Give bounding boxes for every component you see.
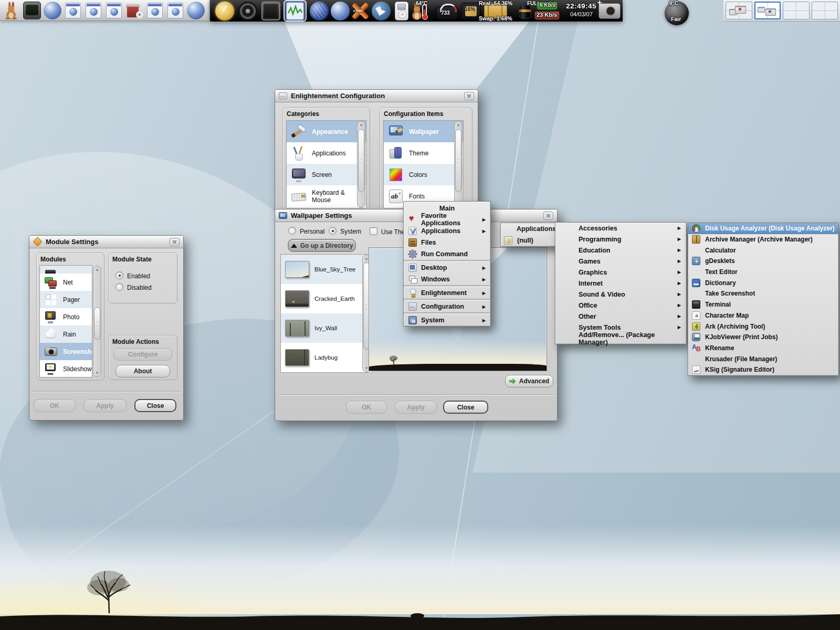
pager-desktop-3[interactable] xyxy=(783,2,810,19)
menu-item-accessories[interactable]: Accessories▶ xyxy=(555,223,686,234)
close-button[interactable] xyxy=(170,238,180,246)
scroll-up-icon[interactable]: ▲ xyxy=(93,266,101,273)
close-button[interactable] xyxy=(464,92,474,100)
personal-radio[interactable] xyxy=(288,227,296,235)
globe-icon[interactable] xyxy=(187,2,205,19)
category-row-appearance[interactable]: Appearance xyxy=(287,121,366,142)
amarok-wolf-icon[interactable] xyxy=(372,2,391,20)
wallpaper-row-ivy-wall[interactable]: Ivy_Wall xyxy=(281,313,372,343)
menu-item-archive-manager[interactable]: Archive Manager (Archive Manager) xyxy=(688,234,838,245)
module-row-screenshot[interactable]: Screenshot xyxy=(40,343,92,360)
web-document-icon[interactable] xyxy=(86,3,101,18)
menu-item-files[interactable]: Files xyxy=(404,237,490,248)
web-document-icon[interactable] xyxy=(167,3,183,18)
scroll-up-icon[interactable]: ▲ xyxy=(358,121,365,128)
menu-item-games[interactable]: Games▶ xyxy=(555,256,686,267)
enabled-radio[interactable] xyxy=(116,271,123,279)
menu-item-kjobviewer[interactable]: KJobViewer (Print Jobs) xyxy=(688,332,838,343)
menu-item-education[interactable]: Education▶ xyxy=(555,245,686,256)
use-theme-checkbox[interactable] xyxy=(370,227,377,235)
module-row-partial[interactable] xyxy=(40,266,92,274)
wallpaper-row-blue-sky-tree[interactable]: Blue_Sky_Tree xyxy=(281,255,372,284)
module-row-pager[interactable]: Pager xyxy=(40,291,92,308)
titlebar[interactable]: Enlightenment Configuration xyxy=(275,90,478,102)
menu-item-ark[interactable]: Ark (Archiving Tool) xyxy=(688,321,838,332)
weather-gadget[interactable]: 9°C Fair xyxy=(657,0,697,24)
go-up-directory-button[interactable]: Go up a Directory xyxy=(288,239,356,252)
web-document-icon[interactable] xyxy=(65,3,81,18)
item-row-wallpaper[interactable]: Wallpaper xyxy=(384,121,463,142)
menu-item-office[interactable]: Office▶ xyxy=(555,300,686,311)
web-document-icon[interactable] xyxy=(106,3,122,18)
scroll-down-icon[interactable]: ▼ xyxy=(93,370,101,376)
web-document-icon[interactable] xyxy=(147,3,163,18)
pager-desktop-1[interactable] xyxy=(726,2,752,19)
menu-item-character-map[interactable]: Character Map xyxy=(688,310,838,321)
menu-item-desktop[interactable]: Desktop ▶ xyxy=(404,262,490,274)
menu-item-dictionary[interactable]: Dictionary xyxy=(688,277,838,288)
menu-item-configuration[interactable]: Configuration ▶ xyxy=(404,301,490,312)
menu-item-graphics[interactable]: Graphics▶ xyxy=(555,267,686,278)
wallpaper-row-ladybug[interactable]: Ladybug xyxy=(281,343,372,372)
menu-item-gdesklets[interactable]: gDesklets xyxy=(688,256,838,267)
menu-item-text-editor[interactable]: Text Editor xyxy=(688,267,838,278)
menu-item-krusader[interactable]: Krusader (File Manager) xyxy=(688,353,838,364)
about-button[interactable]: About xyxy=(116,365,170,377)
menu-item-programming[interactable]: Programming▶ xyxy=(555,234,686,245)
music-player-icon[interactable] xyxy=(395,2,408,20)
close-button[interactable]: Close xyxy=(443,401,488,414)
menu-item-sound-video[interactable]: Sound & Video▶ xyxy=(555,289,686,300)
menu-item-other[interactable]: Other▶ xyxy=(555,311,686,322)
disabled-radio[interactable] xyxy=(116,283,123,291)
module-row-slideshow[interactable]: Slideshow xyxy=(40,360,92,377)
network-sphere-icon[interactable] xyxy=(310,2,329,20)
battery-icon[interactable] xyxy=(519,4,531,19)
scrollbar-thumb[interactable] xyxy=(358,129,364,192)
screenshot-camera-icon[interactable] xyxy=(598,3,621,19)
item-row-colors[interactable]: Colors xyxy=(384,164,463,185)
wallpaper-row-cracked-earth[interactable]: Cracked_Earth xyxy=(281,284,372,313)
category-row-screen[interactable]: Screen xyxy=(287,164,366,185)
menu-item-terminal[interactable]: Terminal xyxy=(688,299,838,310)
menu-item-system[interactable]: System ▶ xyxy=(404,314,490,326)
terminal-icon[interactable] xyxy=(261,2,280,20)
terminal-crt-icon[interactable] xyxy=(23,2,41,19)
rabbit-mascot-icon[interactable] xyxy=(3,2,20,19)
category-row-keyboard-mouse[interactable]: Keyboard & Mouse xyxy=(287,185,366,207)
software-package-icon[interactable] xyxy=(125,2,143,19)
menu-item-add-remove[interactable]: Add/Remove... (Package Manager) xyxy=(555,333,686,344)
scroll-up-icon[interactable]: ▲ xyxy=(455,121,462,128)
config-items-scrollbar[interactable]: ▲ xyxy=(454,121,463,208)
system-radio[interactable] xyxy=(329,227,337,235)
thermometer-icon[interactable] xyxy=(422,4,427,18)
category-row-applications[interactable]: Applications xyxy=(287,142,366,164)
menu-item-ksig[interactable]: KSig (Signature Editor) xyxy=(688,364,838,375)
module-row-net[interactable]: Net xyxy=(40,274,92,291)
ok-button[interactable]: OK xyxy=(34,399,76,412)
submenu-item-null[interactable]: (null) xyxy=(501,235,559,246)
apply-button[interactable]: Apply xyxy=(395,401,437,414)
menu-item-internet[interactable]: Internet▶ xyxy=(555,278,686,289)
apply-button[interactable]: Apply xyxy=(83,399,127,412)
system-monitor-icon[interactable] xyxy=(286,2,304,20)
menu-item-applications[interactable]: Applications ▶ xyxy=(404,225,490,237)
categories-scrollbar[interactable]: ▲ xyxy=(357,121,365,208)
submenu-item-applications[interactable]: Applications ▶ xyxy=(501,223,559,235)
advanced-button[interactable]: Advanced xyxy=(505,375,553,387)
module-row-photo[interactable]: Photo xyxy=(40,308,92,326)
item-row-theme[interactable]: Theme xyxy=(384,142,463,164)
pager-desktop-2[interactable] xyxy=(754,2,781,19)
menu-item-disk-usage-analyzer[interactable]: Disk Usage Analyzer (Disk Usage Analyzer… xyxy=(688,223,838,234)
menu-item-calculator[interactable]: Calculator xyxy=(688,245,838,256)
menu-item-windows[interactable]: Windows ▶ xyxy=(404,274,490,285)
module-row-rain[interactable]: Rain xyxy=(40,326,92,343)
ok-button[interactable]: OK xyxy=(346,401,387,414)
speaker-icon[interactable] xyxy=(238,2,257,20)
titlebar[interactable]: Module Settings xyxy=(29,236,183,248)
modules-scrollbar[interactable]: ▲ ▼ xyxy=(93,266,101,377)
menu-item-take-screenshot[interactable]: Take Screenshot xyxy=(688,288,838,299)
globe-icon[interactable] xyxy=(44,2,61,19)
scrollbar-thumb[interactable] xyxy=(455,129,461,192)
configure-button[interactable]: Configure xyxy=(113,348,172,361)
close-button[interactable]: Close xyxy=(134,399,176,412)
